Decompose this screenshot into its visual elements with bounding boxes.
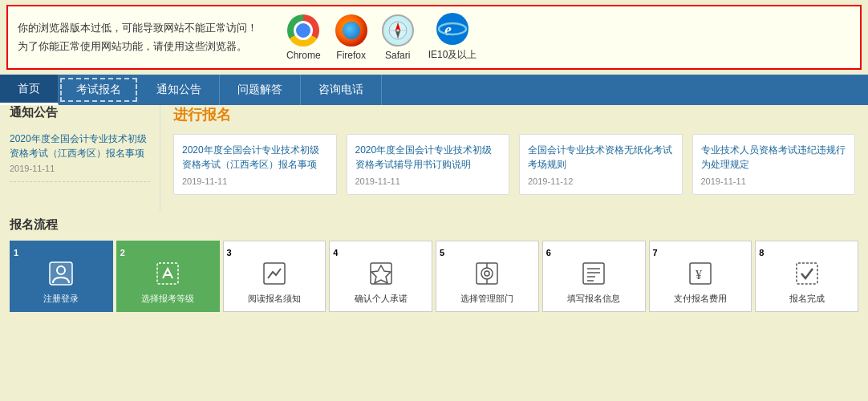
step-8-label: 报名完成 [789,293,825,305]
step-1[interactable]: 1 注册登录 [10,241,113,312]
page-wrapper: 你的浏览器版本过低，可能导致网站不能正常访问！ 为了你能正常使用网站功能，请使用… [0,5,868,312]
ie-browser[interactable]: e IE10及以上 [428,13,477,62]
step-5-icon [474,261,500,290]
left-sidebar: 通知公告 2020年度全国会计专业技术初级资格考试（江西考区）报名事项 2019… [0,105,160,211]
news-card-title-3[interactable]: 专业技术人员资格考试违纪违规行为处理规定 [701,143,847,172]
firefox-label: Firefox [336,50,366,61]
step-5[interactable]: 5 选择管理部门 [436,241,539,312]
nav-faq[interactable]: 问题解答 [220,75,301,105]
step-6-number: 6 [546,248,551,257]
step-3-label: 阅读报名须知 [248,293,301,305]
step-2-number: 2 [120,248,125,257]
step-5-number: 5 [440,248,444,257]
ie-label: IE10及以上 [428,48,477,62]
sidebar-news-item: 2020年度全国会计专业技术初级资格考试（江西考区）报名事项 2019-11-1… [10,132,150,182]
news-card-title-1[interactable]: 2020年度全国会计专业技术初级资格考试辅导用书订购说明 [355,143,501,172]
nav-faq-label: 问题解答 [237,83,282,97]
svg-point-16 [481,268,493,279]
sidebar-news-title-0[interactable]: 2020年度全国会计专业技术初级资格考试（江西考区）报名事项 [10,132,150,160]
news-card-0: 2020年度全国会计专业技术初级资格考试（江西考区）报名事项 2019-11-1… [173,134,337,195]
news-card-date-sidebar: 2019-11-11 [182,176,328,186]
section-title: 进行报名 [173,105,855,124]
step-8-icon [794,261,820,290]
news-card-date-3: 2019-11-11 [701,176,847,186]
nav-exam-label: 考试报名 [76,83,121,97]
step-1-icon [48,261,74,290]
step-4-number: 4 [333,248,338,257]
svg-text:¥: ¥ [696,268,702,282]
step-1-label: 注册登录 [43,293,79,305]
news-grid: 2020年度全国会计专业技术初级资格考试（江西考区）报名事项 2019-11-1… [173,134,855,195]
safari-label: Safari [385,50,410,61]
news-card-1: 2020年度全国会计专业技术初级资格考试辅导用书订购说明 2019-11-11 [347,134,510,195]
top-row: 通知公告 2020年度全国会计专业技术初级资格考试（江西考区）报名事项 2019… [0,105,868,211]
chrome-browser[interactable]: Chrome [286,14,321,61]
step-8[interactable]: 8 报名完成 [755,241,858,312]
step-7-label: 支付报名费用 [674,293,727,305]
nav-home-label: 首页 [18,82,40,96]
svg-rect-27 [797,263,817,284]
banner-text: 你的浏览器版本过低，可能导致网站不能正常访问！ 为了你能正常使用网站功能，请使用… [18,19,258,55]
step-3-number: 3 [227,248,232,257]
step-3-icon [262,261,287,290]
firefox-icon [335,14,367,47]
news-card-date-1: 2019-11-11 [355,176,501,186]
news-card-title-2[interactable]: 全国会计专业技术资格无纸化考试考场规则 [528,143,674,172]
process-section: 报名流程 1 注册登录 2 [0,211,868,312]
nav-notice[interactable]: 通知公告 [139,75,220,105]
news-card-title-sidebar[interactable]: 2020年度全国会计专业技术初级资格考试（江西考区）报名事项 [182,143,328,172]
step-2-label: 选择报考等级 [141,293,194,305]
process-steps: 1 注册登录 2 [10,241,858,312]
step-8-number: 8 [759,248,764,257]
sidebar-news-date-0: 2019-11-11 [10,164,150,173]
svg-point-17 [485,271,489,276]
browser-banner: 你的浏览器版本过低，可能导致网站不能正常访问！ 为了你能正常使用网站功能，请使用… [6,5,862,70]
step-7-number: 7 [653,248,658,257]
svg-point-5 [438,14,467,43]
news-card-date-2: 2019-11-12 [528,176,674,186]
nav-contact-label: 咨询电话 [318,83,363,97]
nav-bar: 首页 考试报名 通知公告 问题解答 咨询电话 [0,75,868,105]
step-6[interactable]: 6 填写报名信息 [542,241,646,312]
step-4-label: 确认个人承诺 [355,293,408,305]
browser-icons: Chrome Firefox Safari [286,13,477,62]
news-card-2: 全国会计专业技术资格无纸化考试考场规则 2019-11-12 [519,134,683,195]
nav-home[interactable]: 首页 [0,75,59,105]
right-main: 进行报名 2020年度全国会计专业技术初级资格考试（江西考区）报名事项 2019… [160,105,868,211]
banner-line1: 你的浏览器版本过低，可能导致网站不能正常访问！ [18,19,258,37]
chrome-label: Chrome [286,50,321,61]
safari-browser[interactable]: Safari [382,14,414,61]
svg-marker-14 [371,265,391,283]
safari-icon [382,14,414,47]
step-3[interactable]: 3 阅读报名须知 [223,241,327,312]
svg-rect-10 [157,263,178,284]
step-4-icon [368,261,394,290]
step-6-icon [581,261,606,290]
content-area: 通知公告 2020年度全国会计专业技术初级资格考试（江西考区）报名事项 2019… [0,105,868,312]
firefox-browser[interactable]: Firefox [335,14,367,61]
nav-exam-signup[interactable]: 考试报名 [60,78,137,102]
step-6-label: 填写报名信息 [567,293,620,305]
chrome-icon [287,14,319,47]
process-title: 报名流程 [10,217,858,233]
step-7-icon: ¥ [688,261,713,290]
ie-icon: e [436,13,468,45]
banner-line2: 为了你能正常使用网站功能，请使用这些浏览器。 [18,38,258,55]
step-2[interactable]: 2 选择报考等级 [116,241,220,312]
step-2-icon [155,261,180,290]
news-card-3: 专业技术人员资格考试违纪违规行为处理规定 2019-11-11 [692,134,856,195]
nav-notice-label: 通知公告 [156,83,201,97]
step-7[interactable]: 7 ¥ 支付报名费用 [649,241,752,312]
step-4[interactable]: 4 确认个人承诺 [329,241,432,312]
nav-contact[interactable]: 咨询电话 [301,75,382,105]
step-1-number: 1 [14,248,18,257]
step-5-label: 选择管理部门 [460,293,513,305]
sidebar-title: 通知公告 [10,105,150,124]
